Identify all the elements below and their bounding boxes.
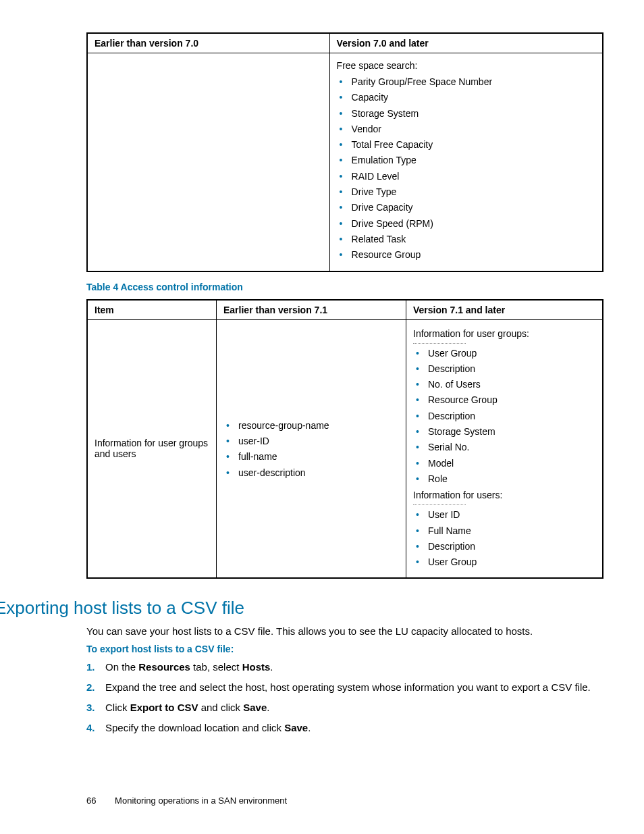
list-item: Storage System [413, 425, 595, 438]
th-earlier70: Earlier than version 7.0 [87, 33, 329, 53]
text: On the [105, 661, 138, 673]
user-groups-list: User Group Description No. of Users Reso… [413, 346, 595, 486]
earlier71-list: resource-group-name user-ID full-name us… [223, 419, 399, 479]
bold: Resources [138, 661, 190, 673]
list-item: Vendor [337, 122, 595, 136]
text: tab, select [190, 661, 242, 673]
list-item: User ID [413, 508, 595, 521]
list-item: Full Name [413, 524, 595, 538]
list-item: Related Task [337, 232, 595, 246]
list-item: User Group [413, 555, 595, 569]
list-item: Role [413, 472, 595, 486]
list-item: full-name [223, 450, 399, 463]
step-4: Specify the download location and click … [86, 721, 603, 735]
list-item: Total Free Capacity [337, 138, 595, 151]
list-item: resource-group-name [223, 419, 399, 432]
list-item: Capacity [337, 90, 595, 104]
th-earlier71: Earlier than version 7.1 [217, 300, 406, 320]
footer-title: Monitoring operations in a SAN environme… [115, 796, 287, 806]
list-item: Resource Group [337, 248, 595, 261]
text: . [267, 702, 269, 713]
divider [413, 343, 466, 344]
td-later71: Information for user groups: User Group … [406, 319, 603, 578]
section-paragraph: You can save your host lists to a CSV fi… [86, 625, 603, 637]
text: Click [105, 702, 130, 713]
list-item: RAID Level [337, 170, 595, 183]
td-earlier70-empty [87, 53, 329, 271]
procedure-heading: To export host lists to a CSV file: [86, 644, 603, 654]
bold: Save [243, 702, 267, 713]
list-item: Description [413, 409, 595, 423]
td-item: Information for user groups and users [87, 319, 217, 578]
list-item: Model [413, 457, 595, 470]
bold: Save [284, 722, 308, 733]
text: and click [198, 702, 244, 713]
td-later70-content: Free space search: Parity Group/Free Spa… [329, 53, 603, 271]
list-item: user-ID [223, 434, 399, 448]
list-item: Serial No. [413, 440, 595, 454]
list-item: Storage System [337, 107, 595, 120]
th-later70: Version 7.0 and later [329, 33, 603, 53]
td-earlier71: resource-group-name user-ID full-name us… [217, 319, 406, 578]
list-item: Description [413, 540, 595, 553]
text: . [270, 661, 273, 673]
user-groups-intro: Information for user groups: [413, 328, 595, 339]
section-heading: Exporting host lists to a CSV file [0, 598, 603, 619]
th-item: Item [87, 300, 217, 320]
page-number: 66 [86, 796, 96, 806]
procedure-steps: On the Resources tab, select Hosts. Expa… [86, 660, 603, 735]
table-version70: Earlier than version 7.0 Version 7.0 and… [86, 32, 603, 272]
list-item: Emulation Type [337, 153, 595, 167]
list-item: No. of Users [413, 377, 595, 391]
divider [413, 504, 466, 505]
free-space-intro: Free space search: [337, 60, 595, 71]
free-space-list: Parity Group/Free Space Number Capacity … [337, 75, 595, 262]
text: . [308, 722, 311, 733]
step-1: On the Resources tab, select Hosts. [86, 660, 603, 675]
users-intro: Information for users: [413, 490, 595, 500]
list-item: Drive Capacity [337, 201, 595, 214]
list-item: user-description [223, 466, 399, 479]
list-item: User Group [413, 346, 595, 360]
step-2: Expand the tree and select the host, hos… [86, 680, 603, 695]
th-later71: Version 7.1 and later [406, 300, 603, 320]
list-item: Drive Type [337, 185, 595, 199]
table-access-control: Item Earlier than version 7.1 Version 7.… [86, 299, 603, 579]
list-item: Parity Group/Free Space Number [337, 75, 595, 88]
page-footer: 66 Monitoring operations in a SAN enviro… [86, 796, 603, 806]
table4-caption: Table 4 Access control information [86, 282, 603, 292]
bold: Export to CSV [130, 702, 198, 713]
list-item: Description [413, 362, 595, 375]
bold: Hosts [242, 661, 271, 673]
users-list: User ID Full Name Description User Group [413, 508, 595, 569]
list-item: Resource Group [413, 393, 595, 407]
text: Specify the download location and click [105, 722, 284, 733]
step-3: Click Export to CSV and click Save. [86, 700, 603, 715]
list-item: Drive Speed (RPM) [337, 217, 595, 230]
